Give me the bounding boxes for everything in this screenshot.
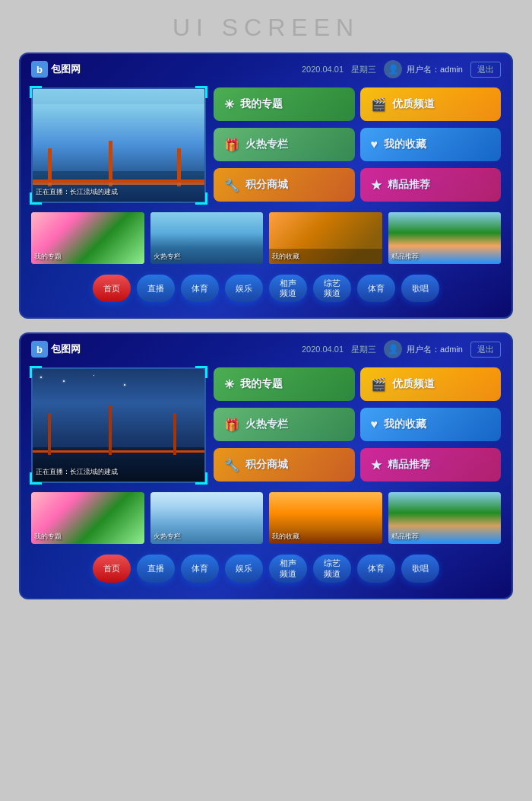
btn-featured-1[interactable]: ★ 精品推荐 xyxy=(360,168,502,202)
nav-sports-2[interactable]: 体育 xyxy=(181,555,219,582)
btn-quality-channel-2[interactable]: 🎬 优质频道 xyxy=(360,367,502,401)
thumb-topics-label-2: 我的专题 xyxy=(34,532,62,542)
nav-home-1[interactable]: 首页 xyxy=(93,275,131,302)
thumb-collection-2[interactable]: 我的收藏 xyxy=(269,492,382,544)
header-date-1: 2020.04.01 xyxy=(302,65,344,74)
header-2: b 包图网 2020.04.01 星期三 👤 用户名：admin 退出 xyxy=(21,334,511,364)
thumb-topics-label-1: 我的专题 xyxy=(34,252,62,262)
btn-my-collection-1[interactable]: ♥ 我的收藏 xyxy=(360,128,502,161)
logo-text-2: 包图网 xyxy=(51,342,81,356)
btn-hot-column-1[interactable]: 🎁 火热专栏 xyxy=(214,128,355,161)
thumb-featured-1[interactable]: 精品推荐 xyxy=(388,212,502,264)
menu-grid-2: ✳ 我的专题 🎬 优质频道 🎁 火热专栏 ♥ 我的收藏 🔧 积分商城 ★ 精品 xyxy=(214,367,501,483)
btn-featured-icon-2: ★ xyxy=(371,458,382,472)
thumb-collection-label-1: 我的收藏 xyxy=(272,252,299,262)
user-label-2: 用户名：admin xyxy=(407,344,463,355)
btn-points-icon-1: 🔧 xyxy=(224,178,239,192)
user-icon-1: 👤 xyxy=(384,60,402,78)
logo-icon-2: b xyxy=(31,341,48,358)
thumbnails-2: 我的专题 火热专栏 我的收藏 精品推荐 xyxy=(21,489,511,548)
tv-screen-1: b 包图网 2020.04.01 星期三 👤 用户名：admin 退出 xyxy=(19,52,513,319)
btn-quality-icon-1: 🎬 xyxy=(371,97,386,112)
logo-1: b 包图网 xyxy=(31,61,81,78)
nav-home-2[interactable]: 首页 xyxy=(93,555,131,582)
nav-entertainment-1[interactable]: 娱乐 xyxy=(225,275,263,302)
nav-live-1[interactable]: 直播 xyxy=(137,275,175,302)
btn-topics-icon-2: ✳ xyxy=(224,377,234,392)
thumb-featured-label-1: 精品推荐 xyxy=(391,252,419,262)
video-caption-2: 正在直播：长江流域的建成 xyxy=(36,467,201,477)
nav-variety-1[interactable]: 综艺 频道 xyxy=(313,275,351,302)
header-right-1: 2020.04.01 星期三 👤 用户名：admin 退出 xyxy=(302,60,501,78)
thumbnails-1: 我的专题 火热专栏 我的收藏 精品推荐 xyxy=(21,209,511,269)
btn-quality-channel-1[interactable]: 🎬 优质频道 xyxy=(360,87,502,121)
header-date-2: 2020.04.01 xyxy=(302,345,344,354)
btn-hot-icon-2: 🎁 xyxy=(224,418,239,432)
thumb-hot-label-2: 火热专栏 xyxy=(154,532,181,542)
logout-btn-1[interactable]: 退出 xyxy=(470,62,501,78)
user-area-1: 👤 用户名：admin xyxy=(384,60,463,78)
logout-btn-2[interactable]: 退出 xyxy=(470,342,501,358)
video-wrapper-2: 正在直播：长江流域的建成 xyxy=(31,367,206,483)
nav-bar-2: 首页 直播 体育 娱乐 相声 频道 综艺 频道 体育 歌唱 xyxy=(21,548,511,590)
nav-crosstalk-1[interactable]: 相声 频道 xyxy=(269,275,307,302)
user-area-2: 👤 用户名：admin xyxy=(384,340,463,358)
video-caption-1: 正在直播：长江流域的建成 xyxy=(36,187,201,197)
page-title: UI SCREEN xyxy=(173,0,359,52)
header-1: b 包图网 2020.04.01 星期三 👤 用户名：admin 退出 xyxy=(21,54,511,84)
nav-bar-1: 首页 直播 体育 娱乐 相声 频道 综艺 频道 体育 歌唱 xyxy=(21,269,511,310)
tv-screen-2: b 包图网 2020.04.01 星期三 👤 用户名：admin 退出 xyxy=(19,332,513,599)
btn-points-icon-2: 🔧 xyxy=(224,458,239,472)
user-icon-2: 👤 xyxy=(384,340,402,358)
btn-my-topics-1[interactable]: ✳ 我的专题 xyxy=(214,87,355,121)
nav-entertainment-2[interactable]: 娱乐 xyxy=(225,555,263,582)
btn-points-mall-1[interactable]: 🔧 积分商城 xyxy=(214,168,355,202)
main-content-1: 正在直播：长江流域的建成 ✳ 我的专题 🎬 优质频道 🎁 火热专栏 ♥ xyxy=(21,84,511,209)
video-frame-2: 正在直播：长江流域的建成 xyxy=(31,367,206,483)
nav-variety-2[interactable]: 综艺 频道 xyxy=(313,555,351,582)
logo-text-1: 包图网 xyxy=(51,62,81,76)
thumb-hot-2[interactable]: 火热专栏 xyxy=(150,492,264,544)
nav-sports-1[interactable]: 体育 xyxy=(181,275,219,302)
btn-hot-icon-1: 🎁 xyxy=(224,138,239,152)
btn-my-collection-2[interactable]: ♥ 我的收藏 xyxy=(360,408,502,441)
nav-singing-2[interactable]: 歌唱 xyxy=(401,555,439,582)
user-label-1: 用户名：admin xyxy=(407,64,463,75)
btn-points-mall-2[interactable]: 🔧 积分商城 xyxy=(214,448,355,482)
logo-icon-1: b xyxy=(31,61,48,78)
btn-quality-icon-2: 🎬 xyxy=(371,377,386,392)
btn-collection-icon-2: ♥ xyxy=(371,418,378,431)
thumb-collection-1[interactable]: 我的收藏 xyxy=(269,212,382,264)
thumb-collection-label-2: 我的收藏 xyxy=(272,532,299,542)
btn-collection-icon-1: ♥ xyxy=(371,138,378,151)
thumb-topics-2[interactable]: 我的专题 xyxy=(31,492,144,544)
btn-my-topics-icon-1: ✳ xyxy=(224,97,234,112)
header-right-2: 2020.04.01 星期三 👤 用户名：admin 退出 xyxy=(302,340,501,358)
thumb-featured-2[interactable]: 精品推荐 xyxy=(388,492,502,544)
header-day-1: 星期三 xyxy=(351,64,376,75)
main-content-2: 正在直播：长江流域的建成 ✳ 我的专题 🎬 优质频道 🎁 火热专栏 ♥ xyxy=(21,364,511,489)
thumb-featured-label-2: 精品推荐 xyxy=(391,532,419,542)
nav-crosstalk-2[interactable]: 相声 频道 xyxy=(269,555,307,582)
nav-live-2[interactable]: 直播 xyxy=(137,555,175,582)
logo-2: b 包图网 xyxy=(31,341,81,358)
nav-singing-1[interactable]: 歌唱 xyxy=(401,275,439,302)
btn-featured-icon-1: ★ xyxy=(371,178,382,192)
btn-featured-2[interactable]: ★ 精品推荐 xyxy=(360,448,502,482)
nav-sports2-2[interactable]: 体育 xyxy=(357,555,395,582)
thumb-topics-1[interactable]: 我的专题 xyxy=(31,212,144,264)
btn-hot-column-2[interactable]: 🎁 火热专栏 xyxy=(214,408,355,441)
thumb-hot-label-1: 火热专栏 xyxy=(154,252,181,262)
menu-grid-1: ✳ 我的专题 🎬 优质频道 🎁 火热专栏 ♥ 我的收藏 🔧 积分商城 ★ 精品 xyxy=(214,87,501,203)
video-wrapper-1: 正在直播：长江流域的建成 xyxy=(31,87,206,203)
header-day-2: 星期三 xyxy=(351,344,376,355)
nav-sports2-1[interactable]: 体育 xyxy=(357,275,395,302)
btn-my-topics-2[interactable]: ✳ 我的专题 xyxy=(214,367,355,401)
thumb-hot-1[interactable]: 火热专栏 xyxy=(150,212,264,264)
video-frame-1: 正在直播：长江流域的建成 xyxy=(31,87,206,203)
